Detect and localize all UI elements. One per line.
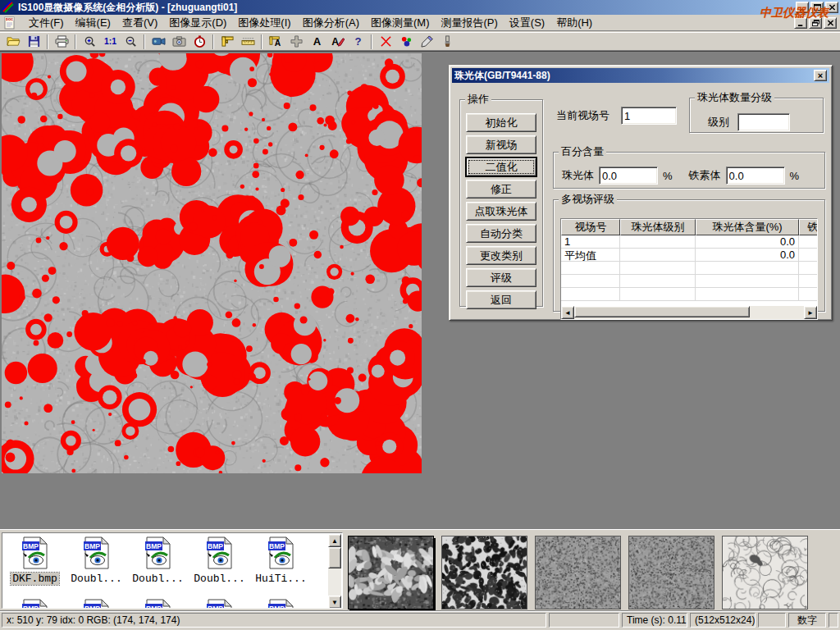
file-item-1[interactable]: BMPDKF.bmp (4, 536, 66, 585)
scroll-thumb[interactable] (574, 306, 750, 317)
op-button-5[interactable]: 点取珠光体 (466, 202, 536, 221)
table-cell (799, 275, 818, 287)
grid-cross-icon[interactable] (286, 33, 306, 50)
table-row[interactable]: 平均值0.0 (561, 249, 817, 262)
text-annotation-icon[interactable]: A (307, 33, 326, 50)
svg-text:BMP: BMP (208, 542, 223, 550)
thumbnail-2[interactable] (441, 536, 527, 609)
ferrite-label: 铁素体 (689, 168, 721, 183)
bottom-panel: BMPDKF.bmpBMPDoubl...BMPDoubl...BMPDoubl… (0, 529, 840, 610)
help-icon[interactable]: ? (348, 33, 368, 50)
operations-group-label: 操作 (465, 92, 491, 107)
table-cell: 1 (561, 235, 620, 248)
menu-item-4[interactable]: 图像显示(D) (163, 14, 232, 32)
thumbnail-5[interactable] (722, 536, 808, 609)
op-button-9[interactable]: 返回 (466, 290, 536, 309)
open-file-icon[interactable] (3, 33, 23, 50)
menu-item-2[interactable]: 编辑(E) (70, 14, 116, 32)
toolbar-separator (261, 34, 262, 49)
file-scrollbar[interactable]: ▲ ▼ (328, 534, 341, 609)
actual-size-icon[interactable]: 1:1 (100, 33, 120, 50)
ferrite-percent-input[interactable] (726, 167, 785, 185)
pen-tool-icon[interactable] (417, 33, 436, 50)
timer-icon[interactable] (189, 33, 209, 50)
pearlite-percent-sign: % (663, 170, 673, 182)
op-button-2[interactable]: 新视场 (466, 135, 536, 154)
camera-capture-icon[interactable] (169, 33, 189, 50)
current-view-input[interactable] (621, 107, 677, 125)
table-column-header-1[interactable]: 视场号 (561, 219, 620, 235)
phase-particles-icon[interactable] (396, 33, 416, 50)
file-item-5[interactable]: BMPHuiTi... (250, 536, 312, 585)
table-row[interactable]: 10.0 (561, 235, 817, 249)
table-column-header-4[interactable]: 铁素体 (799, 219, 818, 235)
table-row[interactable] (561, 262, 817, 275)
file-browser[interactable]: BMPDKF.bmpBMPDoubl...BMPDoubl...BMPDoubl… (2, 532, 343, 609)
table-row[interactable] (561, 275, 817, 288)
svg-text:A: A (313, 35, 321, 48)
thumbnail-3[interactable] (535, 536, 621, 609)
dialog-close-icon[interactable]: × (814, 70, 827, 81)
thumbnail-1[interactable] (348, 536, 434, 609)
op-button-1[interactable]: 初始化 (466, 113, 536, 132)
table-cell (620, 262, 696, 274)
menu-item-3[interactable]: 查看(V) (116, 14, 163, 32)
op-button-4[interactable]: 修正 (466, 180, 536, 199)
file-item-clipped[interactable]: BMP (4, 599, 66, 609)
curve-measure-icon[interactable] (376, 33, 395, 50)
image-size-status: (512x512x24) (690, 613, 756, 628)
table-column-header-3[interactable]: 珠光体含量(%) (696, 219, 799, 235)
table-cell: 0.0 (696, 235, 799, 248)
file-item-clipped[interactable]: BMP (189, 599, 250, 609)
menu-item-7[interactable]: 图像测量(M) (365, 14, 436, 32)
menu-item-1[interactable]: 文件(F) (23, 14, 70, 32)
menu-item-9[interactable]: 设置(S) (504, 14, 550, 32)
table-cell (561, 262, 620, 274)
op-button-6[interactable]: 自动分类 (466, 224, 536, 243)
op-button-3[interactable]: 二值化 (466, 158, 536, 176)
toolbar-separator (371, 34, 372, 49)
file-item-2[interactable]: BMPDoubl... (66, 536, 127, 585)
bmp-file-icon: BMP (267, 599, 295, 609)
table-hscrollbar[interactable]: ◄ ► (561, 306, 817, 319)
zoom-out-icon[interactable] (121, 33, 140, 50)
file-item-clipped[interactable]: BMP (127, 599, 189, 609)
scroll-down-icon[interactable]: ▼ (328, 596, 341, 609)
micrograph-image[interactable] (2, 53, 422, 473)
measure-label-icon[interactable]: A (266, 33, 285, 50)
file-item-clipped[interactable]: BMP (250, 599, 312, 609)
pixel-info-status: x: 510 y: 79 idx: 0 RGB: (174, 174, 174) (2, 613, 546, 628)
thumbnail-4[interactable] (628, 536, 714, 609)
grade-input[interactable] (737, 113, 790, 131)
table-column-header-2[interactable]: 珠光体级别 (620, 219, 696, 235)
op-button-7[interactable]: 更改类别 (466, 246, 536, 265)
time-status: Time (s): 0.113 (622, 613, 687, 628)
file-item-clipped[interactable]: BMP (66, 599, 127, 609)
zoom-in-icon[interactable] (80, 33, 99, 50)
scroll-right-icon[interactable]: ► (804, 306, 817, 319)
rating-table[interactable]: 视场号珠光体级别珠光体含量(%)铁素体 10.0平均值0.0 ◄ ► (560, 218, 818, 320)
scroll-up-icon[interactable]: ▲ (328, 534, 341, 547)
menu-item-5[interactable]: 图像处理(I) (232, 14, 296, 32)
op-button-8[interactable]: 评级 (466, 268, 536, 287)
save-icon[interactable] (24, 33, 43, 50)
brush-tool-icon[interactable] (437, 33, 457, 50)
menu-item-10[interactable]: 帮助(H) (550, 14, 598, 32)
table-row[interactable] (561, 288, 817, 301)
print-icon[interactable] (52, 33, 71, 50)
table-cell (561, 275, 620, 287)
file-item-3[interactable]: BMPDoubl... (127, 536, 189, 585)
video-capture-icon[interactable] (148, 33, 168, 50)
file-scroll-thumb[interactable] (328, 547, 341, 568)
dialog-title-bar[interactable]: 珠光体(GB/T9441-88) × (452, 68, 829, 83)
file-item-4[interactable]: BMPDoubl... (189, 536, 250, 585)
menu-item-6[interactable]: 图像分析(A) (297, 14, 365, 32)
ruler-icon[interactable] (238, 33, 258, 50)
mode-status: 数字 (788, 613, 826, 628)
edit-annotation-icon[interactable]: A (327, 33, 347, 50)
scroll-left-icon[interactable]: ◄ (561, 306, 574, 319)
menu-item-8[interactable]: 测量报告(P) (435, 14, 503, 32)
current-view-row: 当前视场号 (556, 107, 677, 125)
pearlite-percent-input[interactable] (599, 167, 658, 185)
caliper-icon[interactable] (217, 33, 237, 50)
